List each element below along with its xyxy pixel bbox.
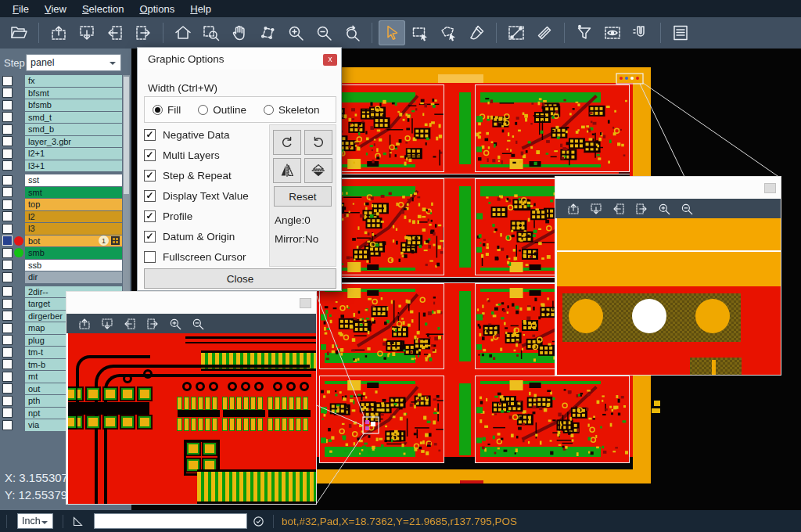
filter-button[interactable] — [571, 20, 598, 45]
panel-left-button[interactable] — [119, 315, 140, 332]
layer-name-cell[interactable]: sst — [25, 174, 122, 186]
scrollbar-thumb[interactable] — [124, 77, 129, 194]
layer-name-cell[interactable]: bfsmt — [25, 88, 122, 99]
layer-checkbox[interactable] — [2, 235, 13, 246]
dialog-title-bar[interactable]: Graphic Options — [138, 48, 341, 70]
layer-name-cell[interactable]: l2+1 — [25, 148, 122, 160]
layer-checkbox[interactable] — [2, 408, 13, 418]
home-button[interactable] — [170, 20, 196, 45]
layer-name-cell[interactable]: dir — [25, 271, 122, 283]
panel-up-button[interactable] — [562, 200, 584, 217]
layer-checkbox[interactable] — [2, 335, 13, 345]
layer-checkbox[interactable] — [2, 187, 13, 197]
layer-checkbox[interactable] — [2, 383, 13, 394]
layer-row-l3[interactable]: l3 — [0, 223, 122, 235]
layer-name-cell[interactable]: l2 — [25, 211, 122, 223]
layer-name-cell[interactable]: smd_b — [25, 124, 122, 135]
command-input[interactable] — [94, 513, 247, 529]
layer-checkbox[interactable] — [2, 286, 13, 297]
clean-brush-button[interactable] — [463, 20, 490, 45]
layer-row-l2[interactable]: l2 — [0, 211, 122, 223]
ruler-button[interactable] — [531, 20, 558, 45]
layer-checkbox[interactable] — [2, 160, 13, 171]
layer-name-cell[interactable]: bfsmb — [25, 99, 122, 111]
zoom-window-button[interactable] — [198, 20, 224, 45]
close-button[interactable]: Close — [144, 268, 336, 289]
menu-view[interactable]: View — [37, 2, 74, 16]
layer-checkbox[interactable] — [2, 124, 13, 135]
unit-select[interactable]: Inch — [17, 513, 53, 529]
layer-checkbox[interactable] — [2, 136, 13, 146]
layer-checkbox[interactable] — [2, 372, 13, 382]
checkbox-fullscreen-cursor[interactable]: Fullscreen Cursor — [144, 246, 249, 267]
checkbox-box[interactable]: ✓ — [144, 190, 156, 202]
checkbox-box[interactable]: ✓ — [144, 149, 156, 161]
menu-help[interactable]: Help — [182, 2, 219, 16]
checkbox-box[interactable]: ✓ — [144, 170, 156, 182]
panel-left-button[interactable] — [102, 20, 128, 45]
layer-row-ssb[interactable]: ssb — [0, 260, 122, 271]
zoom-out-button[interactable] — [676, 200, 697, 217]
reset-button[interactable]: Reset — [274, 186, 332, 207]
window-button[interactable] — [300, 298, 311, 308]
radio-outline[interactable]: Outline — [198, 104, 246, 116]
layer-name-cell[interactable]: smd_t — [25, 112, 122, 124]
zoom-in-button[interactable] — [164, 315, 185, 332]
checkbox-box[interactable]: ✓ — [144, 231, 156, 243]
rotate-ccw-button[interactable] — [304, 130, 332, 155]
layer-name-cell[interactable]: smb — [25, 247, 122, 259]
measure-line-button[interactable] — [503, 20, 530, 45]
layer-name-cell[interactable]: ssb — [25, 260, 122, 271]
panel-up-button[interactable] — [45, 20, 72, 45]
checkbox-negative-data[interactable]: ✓Negative Data — [144, 124, 249, 145]
magnifier-title-bar[interactable] — [66, 292, 316, 314]
layer-row-bot[interactable]: bot1 — [0, 235, 122, 247]
menu-options[interactable]: Options — [131, 2, 182, 16]
panel-left-button[interactable] — [608, 200, 629, 217]
layer-name-cell[interactable]: l3+1 — [25, 160, 122, 172]
layer-row-smb[interactable]: smb — [0, 247, 122, 259]
rect-select-button[interactable] — [407, 20, 433, 45]
layer-row-l3+1[interactable]: l3+1 — [0, 160, 122, 172]
select-cursor-button[interactable] — [379, 20, 405, 45]
menu-selection[interactable]: Selection — [74, 2, 131, 16]
layer-checkbox[interactable] — [2, 175, 13, 185]
layer-checkbox[interactable] — [2, 224, 13, 234]
pan-hand-button[interactable] — [226, 20, 253, 45]
checkbox-box[interactable] — [144, 251, 156, 263]
layer-row-fx[interactable]: fx — [0, 75, 122, 87]
layer-name-cell[interactable]: bot1 — [25, 235, 122, 247]
pcb-sub-board[interactable] — [319, 283, 444, 369]
radio-fill[interactable]: Fill — [153, 104, 181, 116]
poly-select-button[interactable] — [435, 20, 462, 45]
layer-row-bfsmb[interactable]: bfsmb — [0, 99, 122, 111]
zoom-in-button[interactable] — [653, 200, 674, 217]
layer-checkbox[interactable] — [2, 149, 13, 159]
layer-checkbox[interactable] — [2, 299, 13, 309]
magnifier-view[interactable] — [68, 333, 316, 504]
radio-skeleton[interactable]: Skeleton — [264, 104, 320, 116]
layer-checkbox[interactable] — [2, 396, 13, 406]
layer-checkbox[interactable] — [2, 76, 13, 86]
folder-open-button[interactable] — [5, 20, 32, 45]
pcb-sub-board[interactable] — [475, 84, 630, 172]
panel-down-button[interactable] — [74, 20, 100, 45]
checkbox-step-repeat[interactable]: ✓Step & Repeat — [144, 165, 249, 185]
layer-checkbox[interactable] — [2, 311, 13, 321]
checkbox-box[interactable]: ✓ — [144, 129, 156, 141]
zoom-out-button[interactable] — [187, 315, 208, 332]
layer-checkbox[interactable] — [2, 323, 13, 333]
layer-checkbox[interactable] — [2, 347, 13, 358]
checkbox-display-text-value[interactable]: ✓Display Text Value — [144, 185, 249, 206]
panel-right-button[interactable] — [630, 200, 652, 217]
layer-row-smd_t[interactable]: smd_t — [0, 112, 122, 124]
magnifier-view[interactable] — [557, 218, 781, 375]
checkbox-datum-origin[interactable]: ✓Datum & Origin — [144, 226, 249, 246]
rotate-cw-button[interactable] — [273, 130, 301, 155]
layer-checkbox[interactable] — [2, 260, 13, 270]
panel-down-button[interactable] — [96, 315, 117, 332]
panel-down-button[interactable] — [585, 200, 606, 217]
confirm-circle-icon[interactable] — [252, 515, 265, 528]
layer-name-cell[interactable]: top — [25, 199, 122, 210]
layer-name-cell[interactable]: fx — [25, 75, 122, 87]
